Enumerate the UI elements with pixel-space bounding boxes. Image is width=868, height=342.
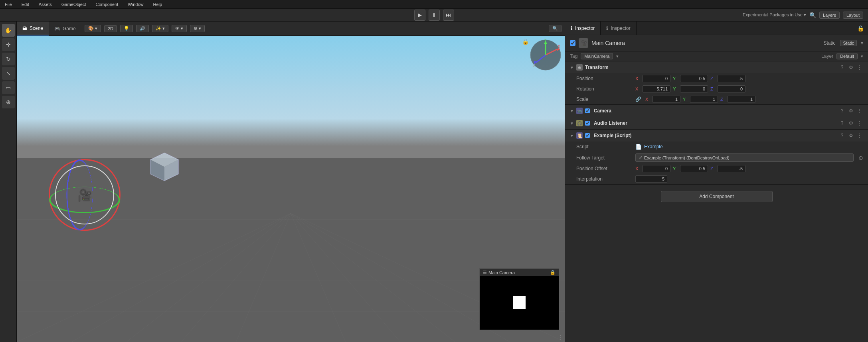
audio-listener-header[interactable]: ▼ 🎧 Audio Listener ? ⚙ ⋮ [565, 117, 868, 129]
lights-button[interactable]: 💡 [120, 25, 133, 32]
scene-gizmo[interactable]: X Y Z [530, 39, 562, 71]
interpolation-label: Interpolation [576, 176, 632, 182]
layer-label: Layer [821, 53, 833, 59]
audio-help-button[interactable]: ? [838, 120, 846, 127]
move-tool[interactable]: ✛ [2, 38, 15, 51]
inspector-lock-button[interactable]: 🔒 [853, 22, 868, 35]
script-name[interactable]: Example [644, 144, 663, 149]
position-x-label: X [635, 76, 641, 81]
shading-button[interactable]: 🎨 ▾ [85, 25, 101, 32]
transform-section: ▼ ⊕ Transform ? ⚙ ⋮ Position X [565, 61, 868, 105]
camera-more-button[interactable]: ⋮ [856, 107, 863, 114]
camera-header[interactable]: ▼ 📹 Camera ? ⚙ ⋮ [565, 105, 868, 117]
follow-target-label: Follow Target [576, 155, 632, 161]
tag-layer-row: Tag MainCamera ▾ Layer Default ▾ [565, 51, 868, 61]
example-help-button[interactable]: ? [838, 132, 846, 139]
audio-enabled-checkbox[interactable] [585, 121, 590, 126]
audio-more-button[interactable]: ⋮ [856, 120, 863, 127]
layout-button[interactable]: Layout [843, 12, 863, 19]
scale-y-input[interactable] [690, 96, 718, 103]
rotation-y-input[interactable] [680, 85, 708, 92]
effects-button[interactable]: ✨ ▾ [152, 25, 168, 32]
menu-window[interactable]: Window [126, 2, 145, 7]
menu-file[interactable]: File [3, 2, 14, 7]
rect-tool[interactable]: ▭ [2, 81, 15, 94]
pause-button[interactable]: ⏸ [429, 10, 440, 21]
scale-label: Scale [576, 96, 632, 102]
tab-game[interactable]: 🎮 Game [49, 22, 81, 35]
main-content: ✋ ✛ ↻ ⤡ ▭ ⊕ 🏔 Scene 🎮 Game 🎨 ▾ 2D 💡 🔊 ✨ … [0, 22, 868, 342]
script-label: Script [576, 144, 632, 149]
script-file-icon: 📄 [635, 144, 642, 150]
static-label: Static [823, 40, 835, 46]
search-scene-button[interactable]: 🔍 [549, 25, 562, 32]
tab-scene[interactable]: 🏔 Scene [17, 22, 49, 35]
transform-help-button[interactable]: ? [838, 64, 846, 71]
transform-header[interactable]: ▼ ⊕ Transform ? ⚙ ⋮ [565, 61, 868, 73]
follow-target-value[interactable]: ⤢ Example (Transform) (DontDestroyOnLoad… [635, 153, 854, 162]
offset-z-input[interactable] [718, 165, 745, 172]
layers-button[interactable]: Layers [819, 12, 840, 19]
add-component-button[interactable]: Add Component [661, 191, 773, 202]
scale-x-input[interactable] [652, 96, 680, 103]
position-row: Position X Y Z [565, 73, 868, 84]
audio-expand-icon: ▼ [570, 121, 574, 126]
hand-tool[interactable]: ✋ [2, 24, 15, 37]
scale-z-input[interactable] [728, 96, 755, 103]
gizmos-button[interactable]: ⚙ ▾ [190, 25, 205, 32]
menu-component[interactable]: Component [94, 2, 120, 7]
camera-help-button[interactable]: ? [838, 107, 846, 114]
step-button[interactable]: ⏭ [443, 10, 454, 21]
offset-x-input[interactable] [643, 165, 670, 172]
tag-label: Tag [570, 53, 577, 59]
svg-line-8 [291, 213, 455, 342]
position-x-input[interactable] [643, 75, 670, 82]
audio-settings-button[interactable]: ⚙ [847, 120, 854, 127]
camera-enabled-checkbox[interactable] [585, 108, 590, 113]
rotation-x-label: X [635, 86, 641, 91]
rotation-x-input[interactable] [643, 85, 670, 92]
inspector-tabs: ℹ Inspector ℹ Inspector 🔒 [565, 22, 868, 35]
rotate-tool[interactable]: ↻ [2, 53, 15, 65]
example-script-header[interactable]: ▼ 📜 Example (Script) ? ⚙ ⋮ [565, 130, 868, 142]
transform-more-button[interactable]: ⋮ [856, 64, 863, 71]
example-settings-button[interactable]: ⚙ [847, 132, 854, 139]
position-z-label: Z [710, 76, 716, 81]
canvas-options-icon[interactable]: ⋮ [558, 334, 563, 340]
2d-button[interactable]: 2D [104, 25, 117, 32]
offset-y-input[interactable] [680, 165, 708, 172]
cube-object [148, 151, 180, 184]
position-z-input[interactable] [718, 75, 745, 82]
camera-object: 🎥 [49, 159, 121, 231]
play-button[interactable]: ▶ [414, 10, 425, 21]
follow-target-pick-button[interactable]: ⊙ [858, 155, 863, 161]
menu-assets[interactable]: Assets [37, 2, 53, 7]
visibility-button[interactable]: 👁 ▾ [172, 25, 187, 32]
scale-tool[interactable]: ⤡ [2, 67, 15, 80]
rotation-z-input[interactable] [718, 85, 745, 92]
audio-button[interactable]: 🔊 [136, 25, 149, 32]
canvas-lock-icon[interactable]: 🔒 [522, 38, 529, 45]
inspector-tab-2[interactable]: ℹ Inspector [601, 22, 636, 35]
camera-comp-icon: 📹 [576, 108, 583, 114]
static-dropdown[interactable]: Static [840, 40, 857, 46]
menu-edit[interactable]: Edit [20, 2, 31, 7]
interpolation-input[interactable] [635, 175, 667, 183]
universal-tool[interactable]: ⊕ [2, 96, 15, 108]
camera-settings-button[interactable]: ⚙ [847, 107, 854, 114]
camera-label: Camera [594, 108, 836, 114]
menu-help[interactable]: Help [151, 2, 164, 7]
example-more-button[interactable]: ⋮ [856, 132, 863, 139]
inspector-tab-1[interactable]: ℹ Inspector [565, 22, 601, 35]
search-icon[interactable]: 🔍 [809, 12, 816, 18]
layer-value[interactable]: Default [836, 53, 858, 59]
follow-target-row: Follow Target ⤢ Example (Transform) (Don… [565, 152, 868, 163]
menu-gameobject[interactable]: GameObject [60, 2, 88, 7]
position-label: Position [576, 76, 632, 81]
position-y-input[interactable] [680, 75, 708, 82]
object-enabled-checkbox[interactable] [570, 40, 575, 46]
example-enabled-checkbox[interactable] [585, 133, 590, 138]
scene-canvas[interactable]: 🎥 [17, 36, 565, 342]
transform-settings-button[interactable]: ⚙ [847, 64, 854, 71]
tag-value[interactable]: MainCamera [581, 53, 613, 59]
